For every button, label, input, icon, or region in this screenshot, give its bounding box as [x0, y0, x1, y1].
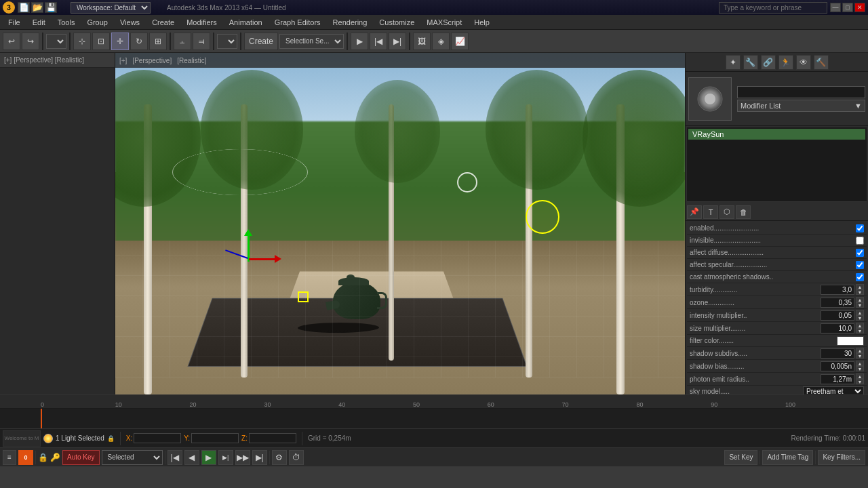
menu-help[interactable]: Help — [469, 17, 495, 28]
autokey-selection-dropdown[interactable]: Selected — [102, 450, 163, 465]
ozone-down[interactable]: ▼ — [856, 302, 864, 308]
create-selection-set-btn[interactable]: Create — [244, 33, 278, 50]
shadow-bias-input[interactable] — [821, 361, 854, 371]
go-to-start-btn[interactable]: |◀ — [167, 450, 182, 465]
set-key-button[interactable]: Set Key — [724, 450, 757, 465]
time-config-btn[interactable]: ⏱ — [289, 450, 304, 465]
search-input[interactable] — [719, 2, 827, 14]
view-dropdown[interactable]: View — [217, 34, 237, 49]
play-anim-btn[interactable]: ▶ — [351, 33, 368, 50]
timeline-track[interactable] — [0, 409, 868, 428]
lock-icon[interactable]: 🔒 — [107, 435, 115, 442]
tracks-view-btn[interactable]: ≡ — [3, 450, 16, 465]
enabled-checkbox[interactable] — [856, 224, 864, 232]
turbidity-down[interactable]: ▼ — [856, 289, 864, 295]
maximize-btn[interactable]: □ — [842, 3, 853, 12]
viewport[interactable]: [+] [Perspective] [Realistic] — [115, 53, 685, 394]
pin-stack-btn[interactable]: 📌 — [687, 205, 702, 219]
redo-btn[interactable]: ↪ — [22, 33, 39, 50]
utilities-tab[interactable]: 🔨 — [814, 55, 829, 70]
size-down[interactable]: ▼ — [856, 328, 864, 333]
rotate-btn[interactable]: ↻ — [130, 33, 148, 50]
viewport-perspective-label[interactable]: [Perspective] — [132, 57, 172, 64]
menu-file[interactable]: File — [3, 17, 26, 28]
save-btn[interactable]: 💾 — [45, 2, 57, 13]
photon-emit-radius-up[interactable]: ▲ — [856, 373, 864, 379]
x-coord-input[interactable]: -0,745m — [134, 433, 181, 443]
time-lock-btn[interactable]: 🔒 — [38, 453, 48, 462]
next-frame-btn[interactable]: ▶▶ — [235, 450, 250, 465]
hierarchy-tab[interactable]: 🔗 — [761, 55, 776, 70]
menu-create[interactable]: Create — [146, 17, 180, 28]
motion-tab[interactable]: 🏃 — [778, 55, 793, 70]
intensity-multiplier-input[interactable] — [821, 310, 854, 321]
prev-frame-btn[interactable]: ◀ — [184, 450, 199, 465]
filter-dropdown[interactable]: All — [46, 34, 66, 49]
scale-btn[interactable]: ⊞ — [149, 33, 167, 50]
minimize-btn[interactable]: — — [830, 3, 841, 12]
menu-tools[interactable]: Tools — [52, 17, 81, 28]
photon-emit-radius-input[interactable] — [821, 374, 854, 384]
play-selected-btn[interactable]: ▶| — [218, 450, 233, 465]
turbidity-up[interactable]: ▲ — [856, 284, 864, 289]
keying-sets-btn[interactable]: 🔑 — [50, 453, 60, 462]
invisible-checkbox[interactable] — [856, 237, 864, 245]
remove-modifier-btn[interactable]: 🗑 — [736, 205, 751, 219]
ozone-input[interactable] — [821, 298, 854, 308]
menu-views[interactable]: Views — [115, 17, 145, 28]
frame-start-btn[interactable]: |◀ — [370, 33, 387, 50]
intensity-up[interactable]: ▲ — [856, 310, 864, 315]
workspace-selector[interactable]: Workspace: DefaultWorkspace: Default — [71, 2, 151, 14]
shadow-subdivs-up[interactable]: ▲ — [856, 348, 864, 353]
mirror-btn[interactable]: ⫠ — [174, 33, 191, 50]
selection-set-dropdown[interactable]: Selection Se... — [279, 34, 344, 49]
material-btn[interactable]: ◈ — [432, 33, 450, 50]
ozone-up[interactable]: ▲ — [856, 297, 864, 302]
sky-model-dropdown[interactable]: Preetham et — [803, 386, 864, 394]
menu-rendering[interactable]: Rendering — [328, 17, 373, 28]
open-btn[interactable]: 📂 — [31, 2, 43, 13]
select-region-btn[interactable]: ⊡ — [92, 33, 110, 50]
viewport-plus-btn[interactable]: [+] — [119, 57, 127, 64]
affect-diffuse-checkbox[interactable] — [856, 249, 864, 257]
menu-customize[interactable]: Customize — [374, 17, 420, 28]
intensity-down[interactable]: ▼ — [856, 315, 864, 321]
select-btn[interactable]: ⊹ — [73, 33, 91, 50]
menu-maxscript[interactable]: MAXScript — [421, 17, 467, 28]
render-btn[interactable]: 🖼 — [413, 33, 431, 50]
display-tab[interactable]: 👁 — [796, 55, 811, 70]
cast-shadows-checkbox[interactable] — [856, 273, 864, 281]
menu-edit[interactable]: Edit — [27, 17, 51, 28]
turbidity-input[interactable] — [821, 285, 854, 295]
z-coord-input[interactable]: 0,526m — [249, 433, 296, 443]
go-to-end-btn[interactable]: ▶| — [252, 450, 267, 465]
object-name-input[interactable]: VRaySun001 — [737, 86, 865, 98]
key-filters-button[interactable]: Key Filters... — [818, 450, 865, 465]
close-btn[interactable]: ✕ — [854, 3, 865, 12]
move-btn[interactable]: ✛ — [111, 33, 129, 50]
modifier-list-button[interactable]: Modifier List ▼ — [737, 100, 865, 112]
menu-group[interactable]: Group — [81, 17, 113, 28]
menu-graph-editors[interactable]: Graph Editors — [269, 17, 326, 28]
shadow-bias-up[interactable]: ▲ — [856, 361, 864, 366]
shadow-subdivs-down[interactable]: ▼ — [856, 353, 864, 359]
viewport-shading-label[interactable]: [Realistic] — [177, 57, 206, 64]
show-result-btn[interactable]: T — [703, 205, 718, 219]
filter-color-swatch[interactable] — [837, 336, 864, 346]
modifier-item-vraysun[interactable]: VRaySun — [688, 129, 865, 140]
add-time-tag-button[interactable]: Add Time Tag — [762, 450, 813, 465]
menu-animation[interactable]: Animation — [224, 17, 268, 28]
affect-specular-checkbox[interactable] — [856, 261, 864, 269]
undo-btn[interactable]: ↩ — [3, 33, 20, 50]
size-up[interactable]: ▲ — [856, 323, 864, 328]
y-coord-input[interactable]: 1,55m — [191, 433, 239, 443]
create-tab[interactable]: ✦ — [726, 55, 741, 70]
anim-settings-btn[interactable]: ⚙ — [272, 450, 287, 465]
align-btn[interactable]: ⫤ — [193, 33, 210, 50]
modify-tab[interactable]: 🔧 — [743, 55, 758, 70]
menu-modifiers[interactable]: Modifiers — [181, 17, 222, 28]
photon-emit-radius-down[interactable]: ▼ — [856, 379, 864, 384]
shadow-subdivs-input[interactable] — [821, 348, 854, 359]
shadow-bias-down[interactable]: ▼ — [856, 366, 864, 371]
size-multiplier-input[interactable] — [821, 323, 854, 333]
